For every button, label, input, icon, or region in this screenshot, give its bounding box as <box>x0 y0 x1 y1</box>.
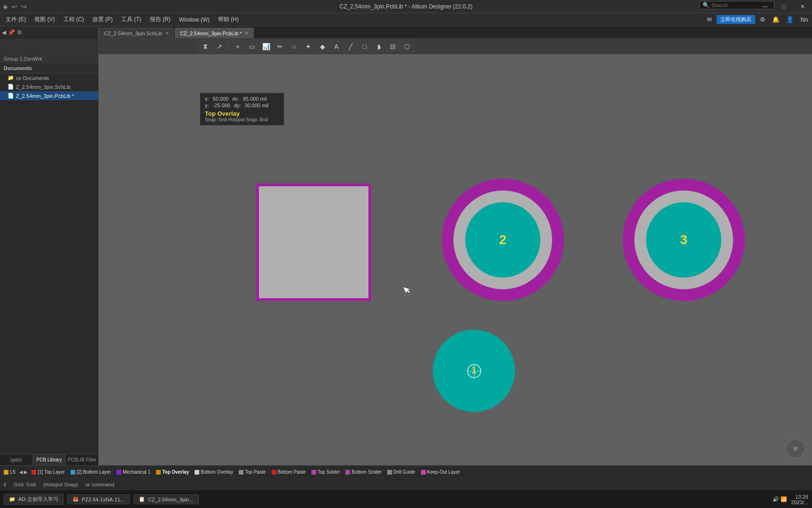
window-title: CZ_2.54mm_3pin.PcbLib * - Altium Designe… <box>0 3 812 10</box>
taskbar-item-pz254[interactable]: 🦊 PZ2.54-1xNA-11... <box>67 494 130 504</box>
layer-ls[interactable]: LS <box>2 469 17 475</box>
circle-button[interactable]: ○ <box>288 41 300 52</box>
text-button[interactable]: A <box>330 41 343 52</box>
menu-help[interactable]: 帮助 (H) <box>214 14 242 25</box>
layer-top-overlay-dot <box>156 470 161 475</box>
line-button[interactable]: ╱ <box>344 41 357 52</box>
buy-button[interactable]: 立即在线购买 <box>717 15 755 24</box>
canvas-area[interactable]: x: 50.000 dx: 85.000 mil y: -25.000 dy: … <box>99 54 812 465</box>
layer-drill-guide-dot <box>387 470 392 475</box>
scroll-icon: ≡ <box>793 444 797 453</box>
net-button[interactable]: ↗ <box>213 41 226 52</box>
pad-2-outer[interactable]: 2 <box>442 179 564 301</box>
toolbar-separator-1 <box>228 42 229 51</box>
panel-settings-icon[interactable]: ⚙ <box>17 29 22 36</box>
menu-reports[interactable]: 报告 (R) <box>146 14 174 25</box>
layer-bar: LS ◀ ▶ [1] Top Layer [2] Bottom Layer Me… <box>0 465 812 478</box>
layer-top-overlay[interactable]: Top Overlay <box>154 469 191 475</box>
menu-window[interactable]: Window (W) <box>175 15 213 24</box>
panel-pin-icon[interactable]: 📌 <box>8 29 15 36</box>
layer-bottom-paste[interactable]: Bottom Paste <box>270 469 308 475</box>
layer-top-solder[interactable]: Top Solder <box>310 469 342 475</box>
titlebar: ◈ ↩ ↪ CZ_2.54mm_3pin.PcbLib * - Altium D… <box>0 0 812 13</box>
arc-button[interactable]: ◗ <box>373 41 385 52</box>
taskbar-ad-label: AD-立创导入学习 <box>18 496 58 503</box>
minimize-button[interactable]: — <box>756 0 774 13</box>
chart-button[interactable]: 📊 <box>260 41 272 52</box>
x-value: 50.000 <box>213 96 229 102</box>
tree-item-ce-documents[interactable]: 📁 ce Documents <box>0 73 98 82</box>
layer-top-paste-dot <box>239 470 243 475</box>
star-button[interactable]: ✦ <box>302 41 314 52</box>
taskbar-item-cz3pin[interactable]: 📋 CZ_2.54mm_3pin... <box>133 494 199 504</box>
panel-toggle-icon[interactable]: ◀ <box>2 29 6 36</box>
maximize-button[interactable]: □ <box>774 0 793 13</box>
filter-button[interactable]: ⧗ <box>199 41 211 52</box>
layer-keepout[interactable]: Keep-Out Layer <box>419 469 462 475</box>
taskbar-item-ad[interactable]: 📁 AD-立创导入学习 <box>4 494 63 505</box>
tab-pcblib[interactable]: CZ_2.54mm_3pin.PcbLib * ✕ <box>175 28 253 38</box>
taskbar-ad-icon: 📁 <box>9 496 16 502</box>
layer-bottom-paste-label: Bottom Paste <box>278 469 306 475</box>
layer-top[interactable]: [1] Top Layer <box>30 469 67 475</box>
menu-file[interactable]: 文件 (E) <box>2 14 30 25</box>
menubar-right-icons: ✉ 立即在线购买 ⚙ 🔔 👤 No <box>705 15 810 24</box>
redo-icon[interactable]: ↪ <box>20 2 28 11</box>
layer-right-arrow[interactable]: ▶ <box>24 469 28 475</box>
view3d-button[interactable]: ⊟ <box>387 41 399 52</box>
tab-schlib-close[interactable]: ✕ <box>165 31 169 36</box>
layer-mechanical-label: Mechanical 1 <box>123 469 150 475</box>
pencil-button[interactable]: ✏ <box>274 41 286 52</box>
layer-drill-guide[interactable]: Drill Guide <box>385 469 417 475</box>
toolbar: ⧗ ↗ + ▭ 📊 ✏ ○ ✦ ◆ A ╱ □ ◗ ⊟ ⬡ <box>197 39 415 54</box>
menu-view[interactable]: 视图 (V) <box>31 14 58 25</box>
box-button[interactable]: □ <box>359 41 371 52</box>
snap-info: Snap: 5mil Hotspot Snap: 8mil <box>205 117 279 122</box>
layer-bottom[interactable]: [2] Bottom Layer <box>69 469 113 475</box>
undo-icon[interactable]: ↩ <box>11 2 18 11</box>
menu-tools[interactable]: 工具 (T) <box>117 14 145 25</box>
layer-bottom-overlay[interactable]: Bottom Overlay <box>193 469 235 475</box>
menu-place[interactable]: 故置 (P) <box>89 14 117 25</box>
nav-tab-pcb-library[interactable]: PCB Library <box>33 454 66 465</box>
layer-bottom-paste-dot <box>272 470 276 475</box>
add-button[interactable]: + <box>232 41 244 52</box>
tree-item-pcblib[interactable]: 📄 Z_2.54mm_3pin.PcbLib * <box>0 91 98 100</box>
layer-bottom-solder-label: Bottom Solder <box>351 469 381 475</box>
layer-top-paste-label: Top Paste <box>245 469 265 475</box>
rect-button[interactable]: ▭ <box>246 41 258 52</box>
pad-3-outer[interactable]: 3 <box>623 179 745 301</box>
dy-value: 30.000 mil <box>245 103 269 108</box>
tree-item-schlib[interactable]: 📄 Z_2.54mm_3pin.SchLib <box>0 82 98 91</box>
tab-pcblib-close[interactable]: ✕ <box>245 31 249 36</box>
layer-left-arrow[interactable]: ◀ <box>19 469 23 475</box>
settings-icon[interactable]: ⚙ <box>758 15 767 24</box>
nav-tab-navigator[interactable]: igator <box>0 454 33 465</box>
diamond-button[interactable]: ◆ <box>316 41 328 52</box>
notification-icon[interactable]: 🔔 <box>770 15 781 24</box>
nav-tab-pcblib-filter[interactable]: PCBLIB Filter <box>66 454 98 465</box>
layer-mechanical[interactable]: Mechanical 1 <box>115 469 152 475</box>
pad-3-inner: 3 <box>646 202 721 278</box>
extra-button[interactable]: ⬡ <box>401 41 413 52</box>
close-button[interactable]: ✕ <box>793 0 812 13</box>
layer-top-paste[interactable]: Top Paste <box>237 469 267 475</box>
layer-ls-dot <box>4 470 8 475</box>
layer-bottom-solder[interactable]: Bottom Solder <box>344 469 383 475</box>
scroll-button[interactable]: ≡ <box>786 439 805 459</box>
user-icon[interactable]: 👤 <box>784 15 796 24</box>
layer-top-dot <box>31 470 36 475</box>
pcblib-file-icon: 📄 <box>8 93 14 99</box>
dy-label: dy: <box>234 103 241 108</box>
documents-section: Documents <box>0 64 98 73</box>
menu-project[interactable]: 工程 (C) <box>60 14 88 25</box>
search-icon: 🔍 <box>703 2 710 8</box>
message-icon[interactable]: ✉ <box>705 15 714 24</box>
layer-keepout-label: Keep-Out Layer <box>427 469 461 475</box>
layer-arrows[interactable]: ◀ ▶ <box>19 469 28 475</box>
titlebar-left-icons: ◈ ↩ ↪ <box>0 2 28 11</box>
tab-schlib[interactable]: CZ_2.54mm_3pin.SchLib ✕ <box>99 28 174 38</box>
pad-1-square[interactable]: 1 <box>256 183 371 301</box>
pad-1-circle[interactable]: 1 <box>433 330 515 412</box>
tabbar: CZ_2.54mm_3pin.SchLib ✕ CZ_2.54mm_3pin.P… <box>99 26 812 39</box>
